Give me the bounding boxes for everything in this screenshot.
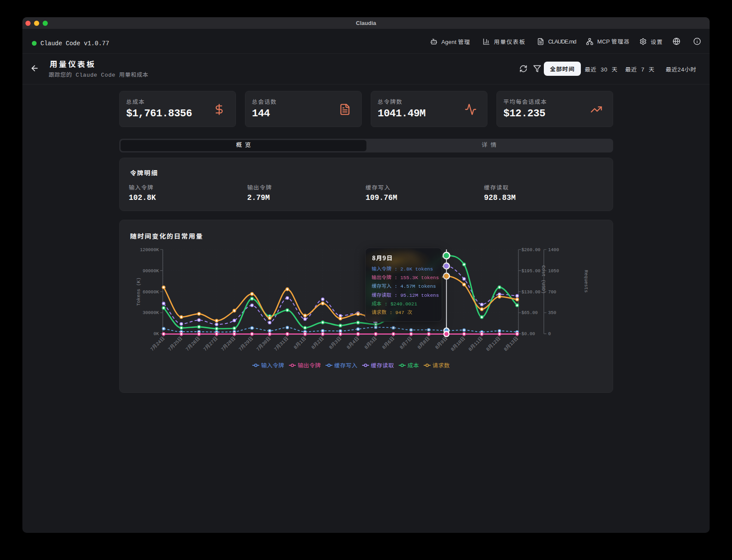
svg-text:7月30日: 7月30日: [255, 336, 272, 352]
svg-text:$0.00: $0.00: [521, 331, 535, 336]
svg-text:90000K: 90000K: [143, 268, 159, 274]
svg-text:8月2日: 8月2日: [310, 336, 325, 350]
svg-text:0: 0: [548, 331, 551, 336]
svg-text:7月27日: 7月27日: [202, 336, 219, 352]
svg-text:$195.00: $195.00: [521, 268, 540, 274]
svg-text:Requests: Requests: [583, 270, 589, 293]
svg-text:8月1日: 8月1日: [293, 336, 307, 350]
svg-text:8月5日: 8月5日: [363, 336, 378, 350]
svg-text:8月3日: 8月3日: [328, 336, 342, 350]
svg-text:7月24日: 7月24日: [149, 336, 166, 352]
svg-text:120000K: 120000K: [140, 247, 159, 252]
svg-text:8月11日: 8月11日: [468, 336, 484, 352]
svg-text:8月6日: 8月6日: [381, 336, 395, 350]
svg-text:8月10日: 8月10日: [450, 336, 466, 352]
svg-text:Cost (USD): Cost (USD): [541, 265, 546, 294]
svg-text:8月8日: 8月8日: [417, 336, 431, 350]
svg-text:7月31日: 7月31日: [273, 336, 289, 352]
svg-text:60000K: 60000K: [143, 289, 159, 295]
svg-text:350: 350: [548, 310, 556, 315]
svg-text:8月12日: 8月12日: [485, 336, 502, 352]
svg-text:$130.00: $130.00: [521, 289, 540, 295]
svg-text:0K: 0K: [153, 331, 159, 336]
svg-text:30000K: 30000K: [143, 310, 159, 315]
svg-text:1400: 1400: [548, 247, 559, 252]
svg-text:7月26日: 7月26日: [185, 336, 201, 352]
svg-text:8月13日: 8月13日: [503, 336, 519, 352]
svg-text:8月9日: 8月9日: [434, 336, 449, 350]
svg-text:1050: 1050: [548, 268, 559, 274]
svg-text:7月28日: 7月28日: [220, 336, 236, 352]
svg-text:8月4日: 8月4日: [346, 336, 360, 350]
svg-text:$260.00: $260.00: [521, 247, 540, 252]
svg-text:$65.00: $65.00: [521, 310, 538, 315]
svg-text:700: 700: [548, 289, 556, 295]
svg-text:7月25日: 7月25日: [167, 336, 183, 352]
svg-text:7月29日: 7月29日: [238, 336, 254, 352]
svg-text:Tokens (K): Tokens (K): [136, 277, 141, 306]
svg-text:8月7日: 8月7日: [399, 336, 413, 350]
